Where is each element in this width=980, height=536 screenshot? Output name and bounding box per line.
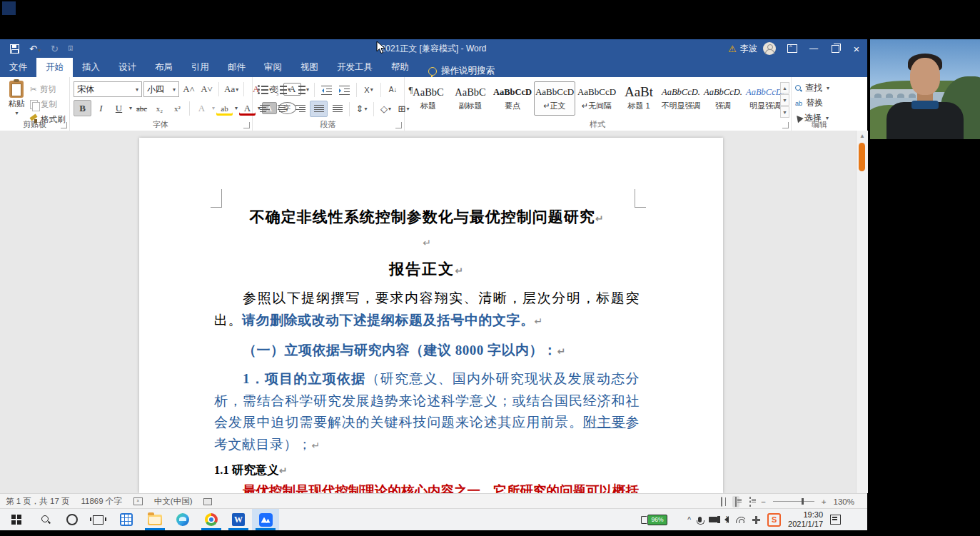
scrollbar-up-arrow[interactable]: ▲ xyxy=(859,133,865,139)
line-spacing-button[interactable]: ⇕▾ xyxy=(353,101,370,116)
underline-button[interactable]: U xyxy=(111,101,127,116)
taskbar-search-button[interactable] xyxy=(32,509,59,530)
text-highlight-button[interactable]: ab xyxy=(216,101,233,116)
asian-layout-button[interactable]: X▾ xyxy=(360,82,377,97)
sort-button[interactable]: A↓ xyxy=(385,82,401,97)
tray-chevron-up[interactable]: ^ xyxy=(687,516,691,524)
taskbar-meeting-button[interactable] xyxy=(252,509,279,530)
microphone-tray-icon[interactable] xyxy=(698,517,702,522)
italic-button[interactable]: I xyxy=(93,101,109,116)
scrollbar-thumb[interactable] xyxy=(859,143,865,171)
justify-button[interactable] xyxy=(310,101,328,117)
ribbon-display-options-button[interactable] xyxy=(782,39,803,58)
styles-scroll-up[interactable]: ▲ xyxy=(780,82,789,93)
numbering-button[interactable]: 123▾ xyxy=(275,82,292,97)
distribute-button[interactable] xyxy=(329,101,345,116)
strikethrough-button[interactable]: abc xyxy=(133,101,150,116)
superscript-button[interactable]: x² xyxy=(169,101,186,116)
taskbar-chrome-button[interactable] xyxy=(198,509,225,530)
warning-icon[interactable]: ⚠ xyxy=(728,44,737,54)
align-left-button[interactable] xyxy=(256,101,273,116)
zoom-out-button[interactable]: − xyxy=(761,497,766,506)
web-layout-button[interactable] xyxy=(747,496,754,507)
tab-design[interactable]: 设计 xyxy=(109,58,146,77)
increase-indent-button[interactable] xyxy=(336,82,353,97)
restore-button[interactable] xyxy=(824,39,846,58)
font-dialog-launcher[interactable] xyxy=(243,122,250,128)
tab-layout[interactable]: 布局 xyxy=(146,58,182,77)
clipboard-dialog-launcher[interactable] xyxy=(61,122,67,128)
clock[interactable]: 19:302021/1/17 xyxy=(788,510,823,529)
style-keypoints[interactable]: AaBbCcD要点 xyxy=(492,81,533,116)
cortana-button[interactable] xyxy=(59,509,86,530)
vertical-scrollbar[interactable]: ▲ xyxy=(856,131,868,493)
font-name-combo[interactable]: 宋体▾ xyxy=(74,81,142,97)
document-page[interactable]: 不确定非线性系统控制参数化与最优控制问题研究↵ ↵ 报告正文↵ 参照以下提纲撰写… xyxy=(139,138,723,493)
change-case-button[interactable]: Aa▾ xyxy=(223,82,240,97)
taskbar-calculator-button[interactable] xyxy=(113,509,140,530)
task-view-button[interactable] xyxy=(84,509,111,530)
style-normal[interactable]: AaBbCcD↵正文 xyxy=(534,81,575,116)
macro-record-icon[interactable] xyxy=(203,498,212,505)
style-title[interactable]: AaBbC标题 xyxy=(408,81,449,116)
bullets-button[interactable]: ▾ xyxy=(256,82,273,97)
style-heading1[interactable]: AaBt标题 1 xyxy=(618,81,660,116)
document-text[interactable]: 不确定非线性系统控制参数化与最优控制问题研究↵ ↵ 报告正文↵ 参照以下提纲撰写… xyxy=(214,206,640,493)
close-button[interactable]: × xyxy=(846,39,867,58)
shading-button[interactable]: ◇▾ xyxy=(378,101,394,116)
taskbar-edge-button[interactable] xyxy=(169,509,196,530)
taskbar-file-explorer-button[interactable] xyxy=(141,509,168,530)
subscript-button[interactable]: x₂ xyxy=(151,101,168,116)
style-no-spacing[interactable]: AaBbCcD↵无间隔 xyxy=(576,81,617,116)
zoom-slider[interactable] xyxy=(773,501,814,502)
font-size-combo[interactable]: 小四▾ xyxy=(143,81,179,97)
cut-button[interactable]: ✂剪切 xyxy=(30,83,56,96)
minimize-button[interactable]: — xyxy=(803,39,824,58)
align-right-button[interactable] xyxy=(292,101,308,116)
style-subtitle[interactable]: AaBbC副标题 xyxy=(450,81,491,116)
signed-in-user[interactable]: 李波 xyxy=(740,43,757,55)
taskbar-word-button[interactable]: W xyxy=(225,509,252,530)
replace-button[interactable]: ab替换 xyxy=(795,96,823,110)
proofing-status-icon[interactable]: × xyxy=(133,497,143,505)
action-center-icon[interactable] xyxy=(830,515,841,525)
tab-references[interactable]: 引用 xyxy=(182,58,218,77)
zoom-slider-thumb[interactable] xyxy=(802,498,804,505)
tab-home[interactable]: 开始 xyxy=(36,58,73,77)
paragraph-dialog-launcher[interactable] xyxy=(395,122,402,128)
camera-tray-icon[interactable] xyxy=(709,517,717,522)
tab-developer[interactable]: 开发工具 xyxy=(328,58,382,77)
multilevel-list-button[interactable]: ▾ xyxy=(293,82,310,97)
tab-mailings[interactable]: 邮件 xyxy=(218,58,255,77)
tab-review[interactable]: 审阅 xyxy=(255,58,291,77)
start-button[interactable] xyxy=(3,509,30,530)
shrink-font-button[interactable]: A˅ xyxy=(198,82,215,97)
word-count[interactable]: 11869 个字 xyxy=(81,496,121,507)
styles-scroll-down[interactable]: ▼ xyxy=(780,94,789,106)
copy-button[interactable]: 复制 xyxy=(30,98,57,111)
style-emphasis[interactable]: AaBbCcD.强调 xyxy=(702,81,744,116)
tell-me-search[interactable]: 操作说明搜索 xyxy=(428,65,495,77)
style-subtle-emphasis[interactable]: AaBbCcD.不明显强调 xyxy=(660,81,702,116)
find-button[interactable]: 查找▾ xyxy=(795,81,829,95)
sogou-input-icon[interactable]: S xyxy=(767,513,781,527)
align-center-button[interactable] xyxy=(274,101,291,116)
tab-insert[interactable]: 插入 xyxy=(73,58,109,77)
language-indicator[interactable]: 中文(中国) xyxy=(154,496,193,507)
read-mode-button[interactable] xyxy=(718,496,725,507)
tab-view[interactable]: 视图 xyxy=(291,58,328,77)
zoom-in-button[interactable]: + xyxy=(822,497,827,506)
tab-file[interactable]: 文件 xyxy=(0,58,36,77)
avatar[interactable] xyxy=(763,42,776,55)
paste-button[interactable]: 粘贴 ▾ xyxy=(4,81,29,116)
grow-font-button[interactable]: A˄ xyxy=(181,82,197,97)
print-layout-button[interactable] xyxy=(732,496,739,507)
bold-button[interactable]: B xyxy=(74,100,91,116)
tab-help[interactable]: 帮助 xyxy=(382,58,418,77)
styles-dialog-launcher[interactable] xyxy=(782,122,789,128)
text-effects-button[interactable]: A xyxy=(193,101,210,116)
remote-tray-icon[interactable] xyxy=(752,516,760,524)
decrease-indent-button[interactable] xyxy=(318,82,335,97)
document-canvas[interactable]: 不确定非线性系统控制参数化与最优控制问题研究↵ ↵ 报告正文↵ 参照以下提纲撰写… xyxy=(0,131,856,493)
styles-gallery-more[interactable]: ▼ xyxy=(780,106,789,118)
